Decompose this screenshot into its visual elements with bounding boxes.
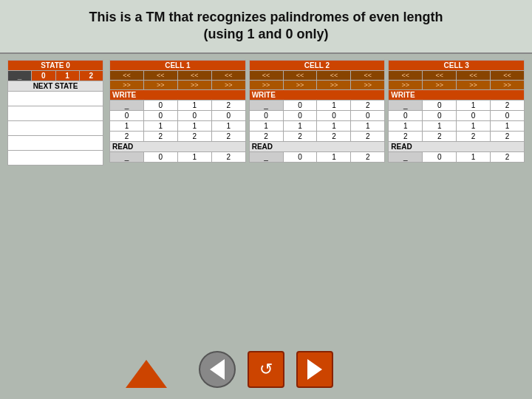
cell3-r0: 0 (389, 110, 423, 120)
cell2-write-label: WRITE (249, 89, 385, 100)
cell2-move-bot-1: >> (249, 80, 283, 89)
cell2-rc0: _ (249, 151, 283, 162)
back-button[interactable] (199, 351, 236, 388)
cell1-read-label: READ (110, 141, 246, 151)
cell2-move-bot-2: >> (283, 80, 317, 89)
cell1-move-bot-1: >> (110, 80, 144, 89)
cell2-move-top-4: << (351, 70, 385, 80)
cell3-r2: 0 (457, 110, 491, 120)
cell2-move-bot-4: >> (351, 80, 385, 89)
cell2-r7: 1 (351, 120, 385, 131)
cell2-r11: 2 (351, 131, 385, 141)
cell3-r5: 1 (423, 120, 457, 131)
cell3-r4: 1 (389, 120, 423, 131)
cell3-r10: 2 (457, 131, 491, 141)
cell1-move-top-2: << (143, 70, 177, 80)
cell1-r9: 2 (143, 131, 177, 141)
refresh-icon: ↺ (259, 360, 273, 379)
cell1-move-bot-3: >> (177, 80, 211, 89)
cell1-r11: 2 (211, 131, 245, 141)
cell3-r7: 1 (491, 120, 525, 131)
cell2-rc3: 2 (351, 151, 385, 162)
cell2-r5: 1 (283, 120, 317, 131)
col-label-0: 0 (32, 70, 55, 81)
cell2-read-label: READ (249, 141, 385, 151)
cell-3-block: CELL 3 << << << << >> >> >> >> WRITE (388, 60, 525, 166)
cell2-r4: 1 (249, 120, 283, 131)
cell3-read-label: READ (389, 141, 525, 151)
cell2-r1: 0 (283, 110, 317, 120)
col-label-1: 1 (55, 70, 79, 81)
cell3-move-bot-1: >> (389, 80, 423, 89)
cell1-r6: 1 (177, 120, 211, 131)
state-header: STATE 0 (8, 60, 103, 70)
cell3-r11: 2 (491, 131, 525, 141)
cell3-header: CELL 3 (389, 60, 525, 70)
cell1-move-top-1: << (110, 70, 144, 80)
cell2-r0: 0 (249, 110, 283, 120)
cell3-w3: 2 (491, 100, 525, 110)
cell3-move-bot-3: >> (457, 80, 491, 89)
cell1-r5: 1 (143, 120, 177, 131)
cell2-move-top-3: << (317, 70, 351, 80)
cell3-move-top-4: << (491, 70, 525, 80)
cell2-r2: 0 (317, 110, 351, 120)
cell2-r9: 2 (283, 131, 317, 141)
cell3-move-bot-2: >> (423, 80, 457, 89)
cell1-rc3: 2 (211, 151, 245, 162)
cell1-w1: 0 (143, 100, 177, 110)
cell1-r4: 1 (110, 120, 144, 131)
cells-area: CELL 1 << << << << >> >> >> >> WRITE (109, 60, 525, 166)
cell3-rc2: 1 (457, 151, 491, 162)
cell1-r10: 2 (177, 131, 211, 141)
cell1-r1: 0 (143, 110, 177, 120)
cell3-w2: 1 (457, 100, 491, 110)
cell1-move-bot-4: >> (211, 80, 245, 89)
cell2-w2: 1 (317, 100, 351, 110)
cell1-move-bot-2: >> (143, 80, 177, 89)
cell1-r3: 0 (211, 110, 245, 120)
cell1-header: CELL 1 (110, 60, 246, 70)
cell2-w0: _ (249, 100, 283, 110)
refresh-button[interactable]: ↺ (248, 351, 284, 388)
cell2-move-top-1: << (249, 70, 283, 80)
cell3-r6: 1 (457, 120, 491, 131)
play-icon (307, 359, 322, 380)
page-title: This is a TM that recognizes palindromes… (15, 9, 517, 44)
next-state-label: NEXT STATE (8, 81, 103, 91)
title-area: This is a TM that recognizes palindromes… (0, 0, 532, 54)
back-arrow-icon (210, 359, 225, 380)
cell3-rc0: _ (389, 151, 423, 162)
cell3-move-top-1: << (389, 70, 423, 80)
col-label-blank: _ (8, 70, 32, 81)
cell3-rc1: 0 (423, 151, 457, 162)
cell1-move-top-3: << (177, 70, 211, 80)
cell2-r3: 0 (351, 110, 385, 120)
cell3-move-bot-4: >> (491, 80, 525, 89)
play-button[interactable] (296, 351, 333, 388)
cell3-r9: 2 (423, 131, 457, 141)
cell1-rc1: 0 (143, 151, 177, 162)
col-label-2: 2 (79, 70, 103, 81)
cell3-r1: 0 (423, 110, 457, 120)
cell2-w1: 0 (283, 100, 317, 110)
up-arrow-indicator (126, 360, 167, 388)
cell1-w3: 2 (211, 100, 245, 110)
cell1-w0: _ (110, 100, 144, 110)
cell2-rc2: 1 (317, 151, 351, 162)
cell1-w2: 1 (177, 100, 211, 110)
cell1-r7: 1 (211, 120, 245, 131)
title-line1: This is a TM that recognizes palindromes… (89, 10, 443, 24)
cell3-move-top-2: << (423, 70, 457, 80)
cell1-r8: 2 (110, 131, 144, 141)
cell1-rc0: _ (110, 151, 144, 162)
cell1-write-label: WRITE (110, 89, 246, 100)
cell3-rc3: 2 (491, 151, 525, 162)
cell1-r2: 0 (177, 110, 211, 120)
cell2-move-bot-3: >> (317, 80, 351, 89)
cell2-w3: 2 (351, 100, 385, 110)
cell3-r8: 2 (389, 131, 423, 141)
cell1-rc2: 1 (177, 151, 211, 162)
cell-2-block: CELL 2 << << << << >> >> >> >> WRITE (249, 60, 386, 166)
cell1-move-top-4: << (211, 70, 245, 80)
